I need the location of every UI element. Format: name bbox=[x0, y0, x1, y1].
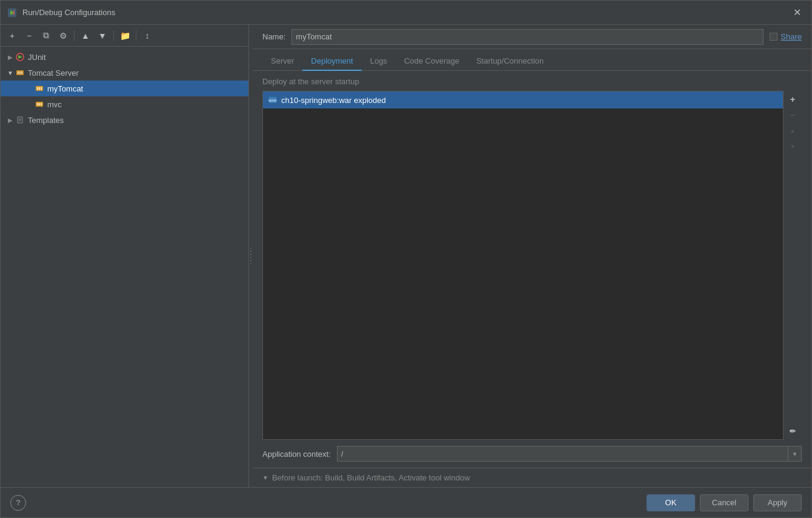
name-row: Name: Share bbox=[253, 25, 811, 49]
tab-server[interactable]: Server bbox=[262, 51, 302, 71]
move-up-button[interactable]: ▲ bbox=[78, 28, 93, 44]
deployment-panel: Deploy at the server startup WAR bbox=[253, 71, 811, 440]
left-toolbar: + − ⧉ ⚙ ▲ ▼ 📁 ↕ bbox=[1, 25, 248, 47]
remove-config-button[interactable]: − bbox=[21, 28, 37, 44]
bottom-bar: ? OK Cancel Apply bbox=[1, 487, 811, 517]
apply-button[interactable]: Apply bbox=[753, 494, 802, 511]
left-panel: + − ⧉ ⚙ ▲ ▼ 📁 ↕ ▶ bbox=[1, 25, 249, 487]
folder-button[interactable]: 📁 bbox=[117, 28, 133, 44]
tree-item-mvc[interactable]: mvc bbox=[1, 96, 248, 112]
svg-rect-12 bbox=[41, 87, 42, 90]
close-button[interactable]: ✕ bbox=[788, 4, 805, 21]
app-context-input[interactable] bbox=[338, 450, 788, 459]
tab-content: Deploy at the server startup WAR bbox=[253, 71, 811, 487]
tomcat-server-label: Tomcat Server bbox=[28, 68, 79, 78]
title-bar: Run/Debug Configurations ✕ bbox=[1, 1, 811, 25]
toolbar-separator-1 bbox=[74, 30, 75, 41]
help-button[interactable]: ? bbox=[10, 495, 26, 511]
share-area: Share bbox=[770, 32, 802, 41]
tree-item-junit[interactable]: ▶ JUnit bbox=[1, 49, 248, 65]
svg-rect-15 bbox=[39, 103, 40, 105]
name-input[interactable] bbox=[291, 29, 764, 45]
deploy-item-war[interactable]: WAR ch10-springweb:war exploded bbox=[263, 91, 783, 108]
dialog-icon bbox=[7, 7, 18, 18]
config-tree: ▶ JUnit ▼ bbox=[1, 47, 248, 487]
before-launch-arrow: ▼ bbox=[262, 474, 268, 481]
name-label: Name: bbox=[262, 32, 285, 41]
svg-rect-14 bbox=[37, 103, 38, 105]
share-checkbox[interactable] bbox=[770, 33, 777, 41]
tree-item-tomcat-server[interactable]: ▼ Tomcat Server bbox=[1, 65, 248, 81]
tab-logs[interactable]: Logs bbox=[362, 51, 396, 71]
tab-code-coverage[interactable]: Code Coverage bbox=[396, 51, 468, 71]
svg-rect-16 bbox=[41, 103, 42, 105]
main-content: + − ⧉ ⚙ ▲ ▼ 📁 ↕ ▶ bbox=[1, 25, 811, 487]
deploy-side-buttons: + − ▲ ▼ ✏ bbox=[784, 91, 802, 440]
deploy-section-label: Deploy at the server startup bbox=[262, 77, 802, 86]
junit-arrow: ▶ bbox=[5, 52, 15, 62]
before-launch-header[interactable]: ▼ Before launch: Build, Build Artifacts,… bbox=[262, 473, 802, 482]
share-label[interactable]: Share bbox=[780, 32, 802, 41]
app-context-dropdown-button[interactable]: ▼ bbox=[788, 447, 801, 461]
junit-label: JUnit bbox=[28, 53, 46, 62]
svg-rect-6 bbox=[18, 71, 19, 74]
app-context-label: Application context: bbox=[262, 450, 331, 459]
svg-rect-8 bbox=[21, 71, 22, 74]
mytomcat-icon bbox=[35, 84, 44, 93]
mvc-arrow bbox=[25, 99, 35, 109]
svg-rect-10 bbox=[37, 87, 38, 90]
tree-item-templates[interactable]: ▶ Templates bbox=[1, 112, 248, 128]
templates-arrow: ▶ bbox=[5, 115, 15, 125]
ok-button[interactable]: OK bbox=[647, 494, 695, 511]
deploy-list: WAR ch10-springweb:war exploded bbox=[262, 91, 784, 440]
deploy-remove-button[interactable]: − bbox=[785, 108, 800, 122]
toolbar-separator-2 bbox=[113, 30, 114, 41]
app-context-row: Application context: ▼ bbox=[253, 440, 811, 468]
right-panel: Name: Share Server Deployment Logs bbox=[253, 25, 811, 487]
tab-startup-connection[interactable]: Startup/Connection bbox=[468, 51, 552, 71]
deploy-list-area: WAR ch10-springweb:war exploded + − ▲ bbox=[262, 91, 802, 440]
mvc-label: mvc bbox=[47, 100, 62, 109]
sort-button[interactable]: ↕ bbox=[139, 28, 155, 44]
svg-rect-2 bbox=[13, 10, 15, 15]
dialog-buttons: OK Cancel Apply bbox=[647, 494, 802, 511]
mvc-icon bbox=[35, 99, 44, 109]
tomcat-arrow: ▼ bbox=[5, 68, 15, 78]
dialog-title: Run/Debug Configurations bbox=[22, 8, 788, 17]
mytomcat-label: myTomcat bbox=[47, 84, 83, 93]
cancel-button[interactable]: Cancel bbox=[700, 494, 748, 511]
before-launch-text: Before launch: Build, Build Artifacts, A… bbox=[272, 473, 470, 482]
copy-config-button[interactable]: ⧉ bbox=[38, 28, 54, 44]
mytomcat-arrow bbox=[25, 84, 35, 93]
tree-item-mytomcat[interactable]: myTomcat bbox=[1, 81, 248, 96]
svg-rect-11 bbox=[39, 87, 40, 90]
deploy-up-button[interactable]: ▲ bbox=[785, 124, 800, 138]
junit-icon bbox=[15, 52, 25, 62]
run-debug-configurations-dialog: Run/Debug Configurations ✕ + − ⧉ ⚙ ▲ ▼ 📁… bbox=[0, 0, 812, 518]
settings-button[interactable]: ⚙ bbox=[55, 28, 71, 44]
war-icon: WAR bbox=[268, 95, 278, 105]
splitter-handle bbox=[250, 248, 251, 264]
deploy-add-button[interactable]: + bbox=[785, 92, 800, 107]
before-launch-section: ▼ Before launch: Build, Build Artifacts,… bbox=[253, 468, 811, 487]
tabs-row: Server Deployment Logs Code Coverage Sta… bbox=[253, 49, 811, 71]
add-config-button[interactable]: + bbox=[4, 28, 20, 44]
templates-icon bbox=[15, 115, 25, 125]
svg-marker-4 bbox=[18, 55, 22, 59]
templates-label: Templates bbox=[28, 116, 64, 125]
tomcat-server-icon bbox=[15, 68, 25, 78]
toolbar-separator-3 bbox=[136, 30, 136, 41]
deploy-item-label: ch10-springweb:war exploded bbox=[281, 96, 386, 105]
svg-text:WAR: WAR bbox=[268, 99, 277, 102]
deploy-edit-button[interactable]: ✏ bbox=[785, 424, 800, 439]
tab-deployment[interactable]: Deployment bbox=[302, 51, 361, 71]
svg-rect-7 bbox=[19, 71, 21, 74]
deploy-down-button[interactable]: ▼ bbox=[785, 139, 800, 154]
move-down-button[interactable]: ▼ bbox=[95, 28, 110, 44]
app-context-input-wrap: ▼ bbox=[337, 446, 802, 462]
